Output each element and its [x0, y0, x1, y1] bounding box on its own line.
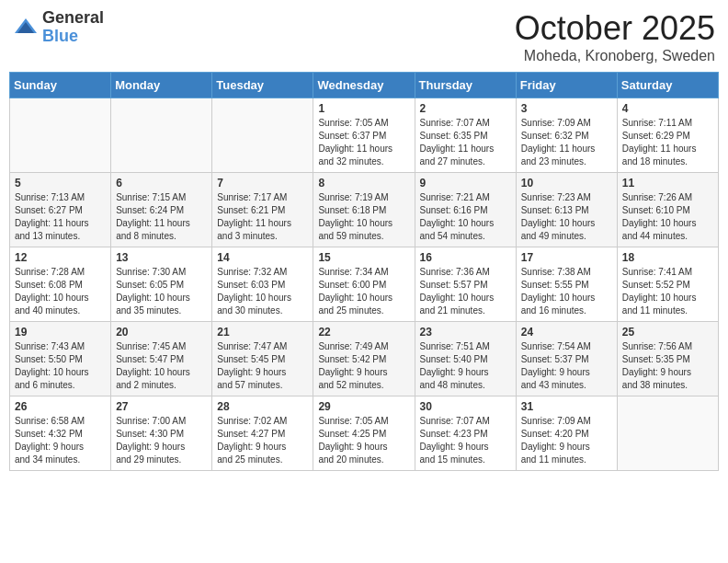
day-info: Sunrise: 7:07 AM Sunset: 6:35 PM Dayligh… — [420, 117, 511, 168]
day-info: Sunrise: 7:56 AM Sunset: 5:35 PM Dayligh… — [622, 340, 713, 392]
day-info: Sunrise: 7:34 AM Sunset: 6:00 PM Dayligh… — [318, 266, 409, 317]
calendar-day-cell: 2Sunrise: 7:07 AM Sunset: 6:35 PM Daylig… — [415, 98, 516, 173]
day-info: Sunrise: 7:51 AM Sunset: 5:40 PM Dayligh… — [420, 340, 511, 392]
calendar-day-cell — [617, 396, 718, 471]
day-number: 29 — [318, 400, 409, 413]
day-number: 30 — [420, 400, 511, 413]
calendar-day-cell: 30Sunrise: 7:07 AM Sunset: 4:23 PM Dayli… — [415, 396, 516, 471]
day-number: 18 — [622, 251, 713, 264]
day-info: Sunrise: 7:11 AM Sunset: 6:29 PM Dayligh… — [622, 117, 713, 168]
day-info: Sunrise: 7:13 AM Sunset: 6:27 PM Dayligh… — [15, 191, 106, 243]
day-number: 2 — [420, 102, 511, 115]
day-number: 19 — [15, 326, 106, 339]
day-info: Sunrise: 6:58 AM Sunset: 4:32 PM Dayligh… — [15, 415, 106, 466]
day-info: Sunrise: 7:26 AM Sunset: 6:10 PM Dayligh… — [622, 191, 713, 243]
day-number: 12 — [15, 251, 106, 264]
calendar-day-cell: 20Sunrise: 7:45 AM Sunset: 5:47 PM Dayli… — [111, 322, 212, 396]
calendar-week-row: 5Sunrise: 7:13 AM Sunset: 6:27 PM Daylig… — [10, 173, 719, 247]
day-number: 22 — [318, 326, 409, 339]
day-info: Sunrise: 7:49 AM Sunset: 5:42 PM Dayligh… — [318, 340, 409, 392]
day-number: 14 — [217, 251, 308, 264]
day-number: 6 — [116, 177, 207, 190]
calendar-day-cell: 31Sunrise: 7:09 AM Sunset: 4:20 PM Dayli… — [516, 396, 617, 471]
calendar-day-cell: 5Sunrise: 7:13 AM Sunset: 6:27 PM Daylig… — [10, 173, 111, 247]
weekday-header-saturday: Saturday — [617, 73, 718, 98]
calendar-table: SundayMondayTuesdayWednesdayThursdayFrid… — [9, 72, 719, 471]
calendar-day-cell: 7Sunrise: 7:17 AM Sunset: 6:21 PM Daylig… — [212, 173, 313, 247]
calendar-day-cell: 14Sunrise: 7:32 AM Sunset: 6:03 PM Dayli… — [212, 247, 313, 322]
day-number: 28 — [217, 400, 308, 413]
day-info: Sunrise: 7:32 AM Sunset: 6:03 PM Dayligh… — [217, 266, 308, 317]
page-header: General Blue October 2025 Moheda, Kronob… — [9, 9, 719, 64]
day-info: Sunrise: 7:28 AM Sunset: 6:08 PM Dayligh… — [15, 266, 106, 317]
day-number: 20 — [116, 326, 207, 339]
day-number: 27 — [116, 400, 207, 413]
logo-icon — [13, 15, 39, 40]
weekday-header-thursday: Thursday — [415, 73, 516, 98]
calendar-day-cell: 29Sunrise: 7:05 AM Sunset: 4:25 PM Dayli… — [313, 396, 415, 471]
location-title: Moheda, Kronoberg, Sweden — [515, 48, 715, 64]
weekday-header-monday: Monday — [111, 73, 212, 98]
day-info: Sunrise: 7:09 AM Sunset: 4:20 PM Dayligh… — [521, 415, 612, 466]
day-info: Sunrise: 7:05 AM Sunset: 6:37 PM Dayligh… — [318, 117, 409, 168]
day-info: Sunrise: 7:36 AM Sunset: 5:57 PM Dayligh… — [420, 266, 511, 317]
day-number: 26 — [15, 400, 106, 413]
month-title: October 2025 — [515, 9, 715, 48]
day-info: Sunrise: 7:09 AM Sunset: 6:32 PM Dayligh… — [521, 117, 612, 168]
calendar-day-cell: 23Sunrise: 7:51 AM Sunset: 5:40 PM Dayli… — [415, 322, 516, 396]
logo-general-text: General — [42, 9, 104, 28]
calendar-day-cell — [212, 98, 313, 173]
day-info: Sunrise: 7:21 AM Sunset: 6:16 PM Dayligh… — [420, 191, 511, 243]
day-info: Sunrise: 7:38 AM Sunset: 5:55 PM Dayligh… — [521, 266, 612, 317]
calendar-day-cell: 21Sunrise: 7:47 AM Sunset: 5:45 PM Dayli… — [212, 322, 313, 396]
calendar-day-cell: 3Sunrise: 7:09 AM Sunset: 6:32 PM Daylig… — [516, 98, 617, 173]
logo-text: General Blue — [42, 9, 104, 46]
calendar-day-cell: 28Sunrise: 7:02 AM Sunset: 4:27 PM Dayli… — [212, 396, 313, 471]
title-area: October 2025 Moheda, Kronoberg, Sweden — [515, 9, 715, 64]
day-number: 15 — [318, 251, 409, 264]
day-number: 8 — [318, 177, 409, 190]
calendar-day-cell: 27Sunrise: 7:00 AM Sunset: 4:30 PM Dayli… — [111, 396, 212, 471]
calendar-day-cell: 18Sunrise: 7:41 AM Sunset: 5:52 PM Dayli… — [617, 247, 718, 322]
weekday-header-friday: Friday — [516, 73, 617, 98]
day-info: Sunrise: 7:54 AM Sunset: 5:37 PM Dayligh… — [521, 340, 612, 392]
calendar-day-cell: 24Sunrise: 7:54 AM Sunset: 5:37 PM Dayli… — [516, 322, 617, 396]
calendar-day-cell: 10Sunrise: 7:23 AM Sunset: 6:13 PM Dayli… — [516, 173, 617, 247]
calendar-day-cell: 25Sunrise: 7:56 AM Sunset: 5:35 PM Dayli… — [617, 322, 718, 396]
calendar-day-cell: 13Sunrise: 7:30 AM Sunset: 6:05 PM Dayli… — [111, 247, 212, 322]
calendar-day-cell: 26Sunrise: 6:58 AM Sunset: 4:32 PM Dayli… — [10, 396, 111, 471]
day-number: 21 — [217, 326, 308, 339]
calendar-day-cell: 16Sunrise: 7:36 AM Sunset: 5:57 PM Dayli… — [415, 247, 516, 322]
calendar-day-cell: 6Sunrise: 7:15 AM Sunset: 6:24 PM Daylig… — [111, 173, 212, 247]
day-info: Sunrise: 7:30 AM Sunset: 6:05 PM Dayligh… — [116, 266, 207, 317]
calendar-day-cell: 15Sunrise: 7:34 AM Sunset: 6:00 PM Dayli… — [313, 247, 415, 322]
calendar-day-cell: 9Sunrise: 7:21 AM Sunset: 6:16 PM Daylig… — [415, 173, 516, 247]
day-number: 16 — [420, 251, 511, 264]
day-info: Sunrise: 7:17 AM Sunset: 6:21 PM Dayligh… — [217, 191, 308, 243]
calendar-day-cell: 11Sunrise: 7:26 AM Sunset: 6:10 PM Dayli… — [617, 173, 718, 247]
day-info: Sunrise: 7:00 AM Sunset: 4:30 PM Dayligh… — [116, 415, 207, 466]
calendar-week-row: 1Sunrise: 7:05 AM Sunset: 6:37 PM Daylig… — [10, 98, 719, 173]
calendar-day-cell: 8Sunrise: 7:19 AM Sunset: 6:18 PM Daylig… — [313, 173, 415, 247]
calendar-header-row: SundayMondayTuesdayWednesdayThursdayFrid… — [10, 73, 719, 98]
day-number: 7 — [217, 177, 308, 190]
day-number: 5 — [15, 177, 106, 190]
weekday-header-tuesday: Tuesday — [212, 73, 313, 98]
logo: General Blue — [13, 9, 104, 46]
day-number: 3 — [521, 102, 612, 115]
day-number: 23 — [420, 326, 511, 339]
day-info: Sunrise: 7:45 AM Sunset: 5:47 PM Dayligh… — [116, 340, 207, 392]
day-number: 25 — [622, 326, 713, 339]
day-info: Sunrise: 7:15 AM Sunset: 6:24 PM Dayligh… — [116, 191, 207, 243]
day-info: Sunrise: 7:23 AM Sunset: 6:13 PM Dayligh… — [521, 191, 612, 243]
day-info: Sunrise: 7:07 AM Sunset: 4:23 PM Dayligh… — [420, 415, 511, 466]
calendar-week-row: 26Sunrise: 6:58 AM Sunset: 4:32 PM Dayli… — [10, 396, 719, 471]
day-number: 31 — [521, 400, 612, 413]
calendar-day-cell: 19Sunrise: 7:43 AM Sunset: 5:50 PM Dayli… — [10, 322, 111, 396]
day-number: 1 — [318, 102, 409, 115]
day-info: Sunrise: 7:02 AM Sunset: 4:27 PM Dayligh… — [217, 415, 308, 466]
day-info: Sunrise: 7:47 AM Sunset: 5:45 PM Dayligh… — [217, 340, 308, 392]
calendar-day-cell: 17Sunrise: 7:38 AM Sunset: 5:55 PM Dayli… — [516, 247, 617, 322]
day-info: Sunrise: 7:05 AM Sunset: 4:25 PM Dayligh… — [318, 415, 409, 466]
day-number: 9 — [420, 177, 511, 190]
